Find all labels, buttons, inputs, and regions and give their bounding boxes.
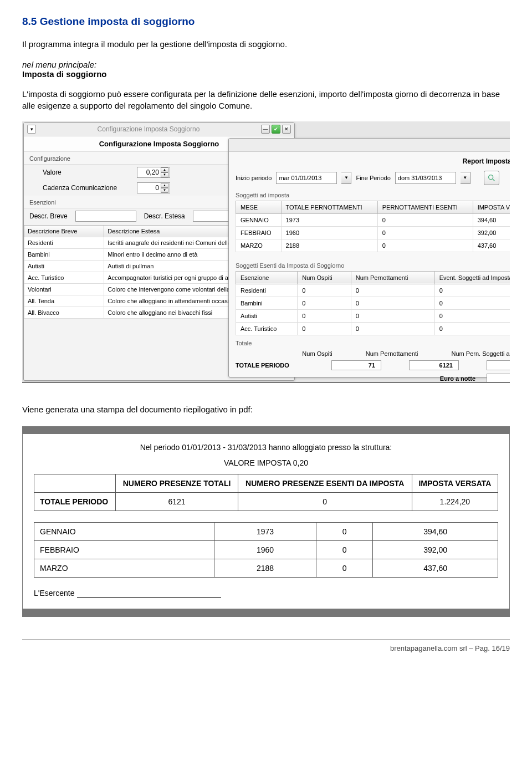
column-header[interactable]: Esenzione	[236, 271, 298, 284]
pdf-caption: Viene generata una stampa del documento …	[22, 404, 510, 415]
menu-target: Imposta di soggiorno	[22, 69, 510, 79]
table-row: FEBBRAIO19600392,00	[34, 541, 498, 559]
tot-col-ospiti: Num Ospiti	[302, 350, 332, 357]
section-title: 8.5 Gestione imposta di soggiorno	[22, 16, 510, 28]
pdf-t1-imp: 1.224,20	[412, 493, 498, 511]
tot-ospiti-value: 71	[331, 360, 381, 370]
spinner-down-icon[interactable]: ▼	[161, 172, 168, 177]
fine-periodo-label: Fine Periodo	[356, 175, 390, 181]
pdf-sign-label: L'Esercente	[34, 589, 75, 598]
minimize-icon[interactable]: —	[261, 125, 270, 134]
cadenza-label: Cadenza Comunicazione	[43, 184, 131, 192]
valore-value: 0,20	[146, 169, 159, 176]
pdf-t1-tot: 6121	[116, 493, 238, 511]
soggetti-esenti-label: Soggetti Esenti da Imposta di Soggiorno	[229, 252, 510, 271]
report-title: Report Imposta Soggiorno	[229, 152, 510, 169]
spinner-down-icon[interactable]: ▼	[161, 188, 168, 193]
window-title: Configurazione Imposta Soggiorno	[36, 125, 261, 133]
pdf-table-periodo: NUMERO PRESENZE TOTALI NUMERO PRESENZE E…	[34, 474, 498, 511]
column-header[interactable]: Event. Soggetti ad Imposta	[434, 271, 510, 284]
pdf-table-mesi: GENNAIO19730394,60FEBBRAIO19600392,00MAR…	[34, 522, 498, 578]
soggetti-ad-imposta-label: Soggetti ad imposta	[229, 187, 510, 201]
column-header[interactable]: PERNOTTAMENTI ESENTI	[377, 201, 473, 213]
descr-breve-label: Descr. Breve	[29, 212, 68, 220]
tot-pern-value: 6121	[409, 360, 459, 370]
search-icon	[487, 173, 496, 182]
chevron-down-icon[interactable]: ▾	[27, 125, 36, 134]
pdf-t1-c3: IMPOSTA VERSATA	[412, 474, 498, 493]
search-button[interactable]	[484, 171, 499, 185]
column-header[interactable]: IMPOSTA VERSATA	[473, 201, 510, 213]
table-row[interactable]: Autisti000	[236, 309, 510, 322]
tot-sogg-value: 6121	[487, 360, 510, 370]
table-row: GENNAIO19730394,60	[34, 523, 498, 541]
table-row[interactable]: MARZO21880437,60	[236, 239, 510, 252]
close-icon[interactable]: ✕	[282, 125, 291, 134]
column-header[interactable]: Num Ospiti	[298, 271, 351, 284]
spinner-up-icon[interactable]: ▲	[161, 183, 168, 188]
table-row: TOTALE PERIODO 6121 0 1.224,20	[34, 493, 498, 511]
pdf-t1-c2: NUMERO PRESENZE ESENTI DA IMPOSTA	[238, 474, 412, 493]
report-table-esenti[interactable]: EsenzioneNum OspitiNum PernottamentiEven…	[236, 271, 510, 335]
tot-col-sogg: Num Pern. Soggetti ad Imposta	[452, 350, 510, 357]
chevron-down-icon[interactable]: ▼	[461, 172, 470, 184]
column-header[interactable]: MESE	[236, 201, 282, 213]
footer-text: brentapaganella.com srl – Pag. 16/19	[0, 644, 532, 658]
pdf-t1-es: 0	[238, 493, 412, 511]
descr-breve-input[interactable]	[75, 211, 136, 222]
pdf-valore-imposta: VALORE IMPOSTA 0,20	[34, 458, 498, 467]
intro-text: Il programma integra il modulo per la ge…	[22, 39, 510, 50]
cadenza-input[interactable]: 0 ▲▼	[137, 182, 170, 193]
confirm-icon[interactable]: ✔	[272, 125, 280, 134]
inizio-periodo-label: Inizio periodo	[236, 175, 272, 181]
pdf-signature-line: L'Esercente	[34, 589, 498, 598]
valore-input[interactable]: 0,20 ▲▼	[137, 167, 170, 178]
report-table-imposta[interactable]: MESETOTALE PERNOTTAMENTIPERNOTTAMENTI ES…	[236, 201, 510, 252]
column-header[interactable]: Num Pernottamenti	[351, 271, 434, 284]
chevron-down-icon[interactable]: ▼	[341, 172, 351, 184]
fine-periodo-input[interactable]: dom 31/03/2013	[395, 172, 456, 184]
window-titlebar[interactable]: ▾ Configurazione Imposta Soggiorno — ✔ ✕	[24, 123, 294, 136]
table-row[interactable]: FEBBRAIO19600392,00	[236, 226, 510, 239]
inizio-periodo-input[interactable]: mar 01/01/2013	[276, 172, 337, 184]
tot-col-pern: Num Pernottamenti	[366, 350, 418, 357]
euro-notte-label: Euro a notte	[440, 375, 475, 382]
svg-line-1	[493, 179, 494, 181]
pdf-t1-label: TOTALE PERIODO	[34, 493, 116, 511]
totale-label: Totale	[229, 335, 510, 349]
euro-notte-value: 0,20	[487, 374, 510, 382]
report-window: — □ ✕ Report Imposta Soggiorno Inizio pe…	[228, 138, 510, 377]
pdf-headline: Nel periodo 01/01/2013 - 31/03/2013 hann…	[34, 443, 498, 452]
app-screenshot: ▾ Configurazione Imposta Soggiorno — ✔ ✕…	[22, 121, 510, 383]
spinner-up-icon[interactable]: ▲	[161, 167, 168, 172]
table-row: MARZO21880437,60	[34, 559, 498, 578]
column-header[interactable]: TOTALE PERNOTTAMENTI	[281, 201, 377, 213]
table-row[interactable]: Bambini000	[236, 297, 510, 309]
menu-line: nel menu principale:	[22, 60, 510, 69]
col-descr-breve[interactable]: Descrizione Breve	[24, 225, 104, 237]
table-row[interactable]: GENNAIO19730394,60	[236, 213, 510, 226]
pdf-screenshot: Nel periodo 01/01/2013 - 31/03/2013 hann…	[22, 426, 510, 617]
table-row[interactable]: Acc. Turistico000	[236, 322, 510, 335]
description-text: L'imposta di soggiorno può essere config…	[22, 89, 510, 111]
valore-label: Valore	[43, 169, 131, 176]
descr-estesa-label: Descr. Estesa	[144, 212, 185, 220]
footer-separator	[22, 639, 510, 640]
pdf-t1-c0	[34, 474, 116, 493]
table-row[interactable]: Residenti000	[236, 284, 510, 297]
svg-point-0	[488, 175, 493, 179]
pdf-t1-c1: NUMERO PRESENZE TOTALI	[116, 474, 238, 493]
cadenza-value: 0	[155, 184, 159, 192]
totale-periodo-row-label: TOTALE PERIODO	[236, 362, 289, 369]
